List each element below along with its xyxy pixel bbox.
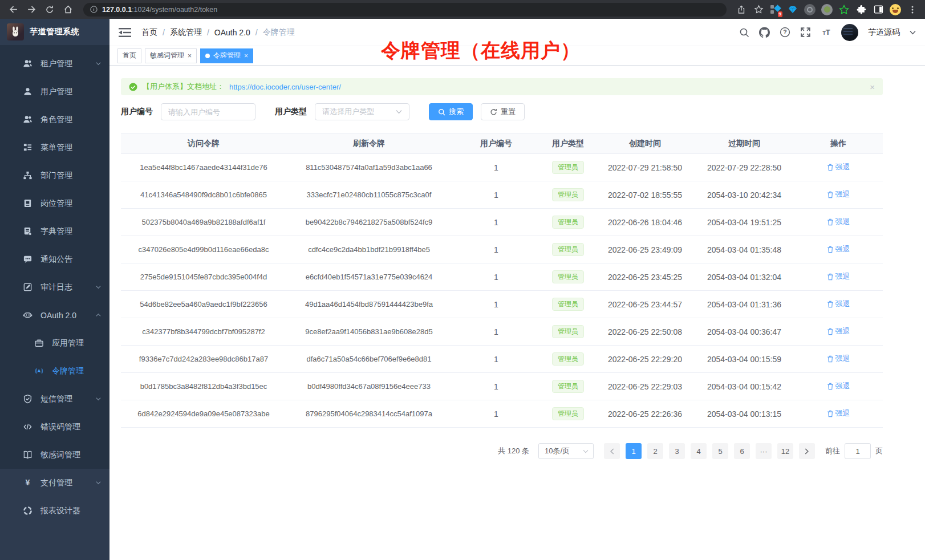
force-logout-button[interactable]: 强退 (827, 299, 850, 309)
browser-home-button[interactable] (60, 2, 75, 17)
sidebar-item-tenant[interactable]: 租户管理 (0, 50, 109, 78)
reload-icon (45, 5, 54, 14)
page-ellipsis[interactable]: ··· (756, 443, 772, 459)
cell-access-token: 6d842e2924594de9a09e45e087323abe (121, 400, 286, 428)
cell-user-id: 1 (452, 291, 541, 318)
force-logout-button[interactable]: 强退 (827, 244, 850, 254)
bookmark-star-button[interactable] (752, 3, 765, 17)
doc-link[interactable]: https://doc.iocoder.cn/user-center/ (229, 83, 341, 91)
user-type-select[interactable]: 请选择用户类型 (315, 103, 409, 120)
collapse-sidebar-icon[interactable] (119, 27, 131, 38)
prev-page-button[interactable] (604, 443, 620, 459)
cell-created: 2022-07-29 21:58:50 (595, 154, 695, 181)
profile-avatar-button[interactable] (889, 3, 902, 17)
close-tab-icon[interactable]: × (244, 52, 248, 59)
pagination-total: 共 120 条 (498, 446, 529, 456)
force-logout-button[interactable]: 强退 (827, 408, 850, 419)
sidebar-item-menu[interactable]: 菜单管理 (0, 133, 109, 161)
force-logout-button[interactable]: 强退 (827, 162, 850, 172)
sidebar-item-notice[interactable]: 通知公告 (0, 245, 109, 273)
page-size-select[interactable]: 10条/页 (538, 443, 594, 459)
alert-close-icon[interactable]: × (870, 82, 875, 92)
alert-text: 【用户体系】文档地址： (143, 82, 224, 92)
edit-doc-icon (23, 282, 33, 292)
breadcrumb-home[interactable]: 首页 (141, 27, 157, 38)
user-avatar[interactable] (841, 24, 858, 41)
user-id-input[interactable] (161, 103, 255, 120)
page-button-1[interactable]: 1 (626, 443, 642, 459)
chevron-down-icon (95, 60, 102, 67)
sidebar-item-app-mgmt[interactable]: 应用管理 (0, 329, 109, 357)
extension-green-star-button[interactable] (837, 3, 851, 17)
roles-icon (23, 115, 33, 124)
sidebar-item-dept[interactable]: 部门管理 (0, 161, 109, 189)
sidebar-item-sensitive-word[interactable]: 敏感词管理 (0, 441, 109, 469)
browser-menu-button[interactable] (906, 3, 919, 17)
sidebar-item-error-code[interactable]: 错误码管理 (0, 413, 109, 441)
sidebar-item-user[interactable]: 用户管理 (0, 78, 109, 105)
goto-page-input[interactable] (845, 443, 871, 459)
extension-puzzle-button[interactable] (854, 3, 868, 17)
sidebar-item-post[interactable]: 岗位管理 (0, 189, 109, 217)
search-button[interactable]: 搜索 (429, 103, 473, 120)
next-page-button[interactable] (799, 443, 815, 459)
sidebar-item-sms[interactable]: 短信管理 (0, 385, 109, 413)
browser-share-button[interactable] (735, 3, 748, 17)
app-logo-icon (7, 23, 24, 40)
tab-sensitive-word[interactable]: 敏感词管理 × (145, 48, 197, 63)
cell-user-type: 管理员 (541, 236, 595, 263)
force-logout-button[interactable]: 强退 (827, 381, 850, 391)
reset-button[interactable]: 重置 (481, 103, 525, 120)
browser-reload-button[interactable] (42, 2, 57, 17)
header-fontsize-button[interactable]: TT (821, 27, 831, 38)
header-fullscreen-button[interactable] (800, 27, 811, 38)
sidebar-item-token-mgmt[interactable]: A 令牌管理 (0, 357, 109, 385)
app-title: 芋道管理系统 (30, 27, 79, 37)
sidebar-item-dict[interactable]: 字典管理 (0, 217, 109, 245)
trash-icon (827, 191, 834, 198)
extension-record-button[interactable] (820, 3, 834, 17)
breadcrumb-system[interactable]: 系统管理 (170, 27, 202, 38)
sidebar-item-report-designer[interactable]: 报表设计器 (0, 497, 109, 525)
sidebar-item-payment[interactable]: ¥ 支付管理 (0, 469, 109, 497)
force-logout-button[interactable]: 强退 (827, 326, 850, 336)
force-logout-button[interactable]: 强退 (827, 271, 850, 282)
sidebar-logo[interactable]: 芋道管理系统 (0, 19, 109, 45)
extension-cluster-icon[interactable]: 9 (769, 3, 782, 17)
extension-command-button[interactable] (803, 3, 817, 17)
cell-access-token: 1ea5e44f8bc1467aaede43144f31de76 (121, 154, 286, 181)
cell-refresh-token: be90422b8c7946218275a508bf524fc9 (286, 209, 452, 236)
browser-back-button[interactable] (6, 2, 21, 17)
sidebar: 芋道管理系统 租户管理 用户管理 角色管理 菜单管理 部门管理 岗位管理 (0, 19, 109, 560)
sidebar-item-role[interactable]: 角色管理 (0, 105, 109, 133)
page-button-4[interactable]: 4 (691, 443, 707, 459)
header-search-button[interactable] (739, 27, 749, 38)
page-button-6[interactable]: 6 (734, 443, 750, 459)
page-button-3[interactable]: 3 (669, 443, 685, 459)
extension-panel-button[interactable] (871, 3, 885, 17)
address-bar[interactable]: 127.0.0.1:1024/system/oauth2/token (83, 3, 727, 17)
page-button-12[interactable]: 12 (777, 443, 793, 459)
header-help-button[interactable]: ? (780, 27, 790, 38)
header-github-button[interactable] (759, 27, 770, 38)
force-logout-button[interactable]: 强退 (827, 217, 850, 227)
extension-badge: 9 (778, 11, 782, 17)
caret-down-icon[interactable] (910, 30, 916, 35)
force-logout-button[interactable]: 强退 (827, 354, 850, 364)
browser-forward-button[interactable] (24, 2, 39, 17)
cell-created: 2022-07-02 18:55:55 (595, 181, 695, 209)
user-name[interactable]: 芋道源码 (868, 27, 900, 38)
cell-actions: 强退 (794, 209, 883, 236)
extension-gem-button[interactable] (786, 3, 800, 17)
force-logout-button[interactable]: 强退 (827, 189, 850, 200)
tab-token-mgmt[interactable]: 令牌管理 × (200, 48, 253, 63)
gem-icon (788, 5, 797, 14)
breadcrumb-oauth2[interactable]: OAuth 2.0 (214, 28, 250, 37)
sidebar-item-audit-log[interactable]: 审计日志 (0, 273, 109, 301)
tab-home[interactable]: 首页 (117, 48, 141, 63)
sidebar-item-oauth2[interactable]: OAuth 2.0 (0, 301, 109, 329)
close-tab-icon[interactable]: × (188, 52, 192, 59)
table-row: c347026e805e4d99b0d116eae66eda8c cdfc4ce… (121, 236, 883, 263)
page-button-2[interactable]: 2 (647, 443, 663, 459)
page-button-5[interactable]: 5 (712, 443, 728, 459)
